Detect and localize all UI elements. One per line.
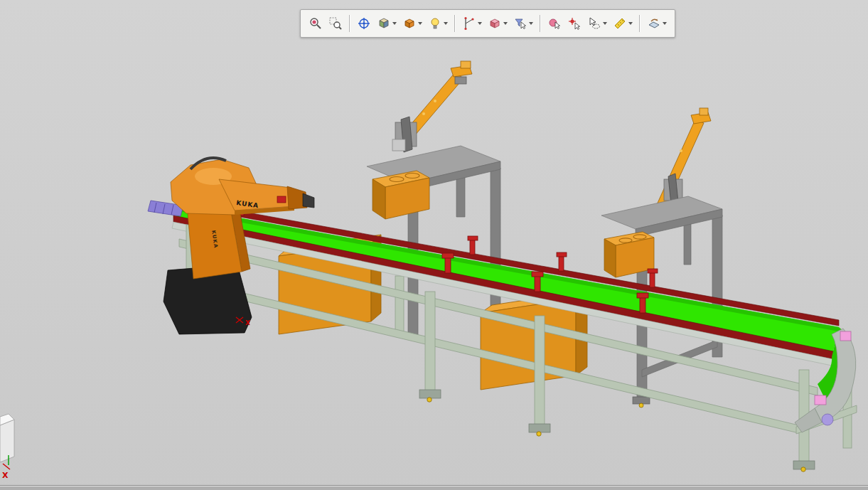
chevron-down-icon — [503, 22, 508, 25]
section-view-button[interactable] — [645, 13, 669, 34]
window-bottom-edge — [0, 485, 868, 490]
measure-icon — [613, 16, 627, 31]
chevron-down-icon — [418, 22, 422, 25]
fixture-plate-2[interactable] — [604, 232, 654, 277]
view-toolbar — [300, 9, 675, 38]
chevron-down-icon — [529, 22, 533, 25]
render-style-icon — [377, 16, 391, 31]
toolbar-separator — [639, 15, 641, 32]
svg-text:X: X — [2, 471, 9, 480]
render-style-button[interactable] — [375, 13, 399, 34]
chevron-down-icon — [444, 22, 448, 25]
zoom-window-icon — [328, 16, 343, 31]
lighting-icon — [428, 16, 442, 31]
svg-text:X: X — [245, 319, 250, 326]
dimension-button[interactable] — [460, 13, 484, 34]
box-display-button[interactable] — [486, 13, 510, 34]
zoom-window-button[interactable] — [326, 13, 345, 34]
cad-application-window: KUKA KUKA X X — [0, 0, 868, 490]
section-view-icon — [647, 16, 661, 31]
show-solid-button[interactable] — [400, 13, 424, 34]
chevron-down-icon — [663, 22, 667, 25]
highlight-icon — [547, 16, 562, 31]
gantry-unit-1[interactable] — [392, 61, 472, 152]
highlight-button[interactable] — [545, 13, 564, 34]
zoom-in-out-button[interactable] — [306, 13, 325, 34]
lasso-select-icon — [587, 16, 601, 31]
selection-filter-button[interactable] — [511, 13, 535, 34]
selection-filter-icon — [513, 16, 527, 31]
chevron-down-icon — [392, 22, 397, 25]
chevron-down-icon — [628, 22, 633, 25]
move-points-button[interactable] — [565, 13, 584, 34]
toolbar-separator — [454, 15, 456, 32]
conveyor-far-leg — [395, 276, 404, 334]
chevron-down-icon — [478, 22, 482, 25]
chevron-down-icon — [603, 22, 607, 25]
fixture-plate-1[interactable] — [373, 171, 429, 219]
zoom-in-out-icon — [309, 16, 323, 31]
fit-view-icon — [357, 16, 371, 31]
measure-button[interactable] — [611, 13, 635, 34]
toolbar-separator — [540, 15, 541, 32]
viewport-3d[interactable]: KUKA KUKA X X — [0, 0, 868, 490]
fit-view-button[interactable] — [355, 13, 373, 34]
toolbar-separator — [349, 15, 350, 32]
move-points-icon — [567, 16, 582, 31]
box-display-icon — [488, 16, 502, 31]
show-solid-icon — [402, 16, 417, 31]
white-part[interactable] — [0, 414, 14, 462]
dimension-icon — [462, 16, 476, 31]
lighting-button[interactable] — [426, 13, 450, 34]
lasso-select-button[interactable] — [585, 13, 609, 34]
